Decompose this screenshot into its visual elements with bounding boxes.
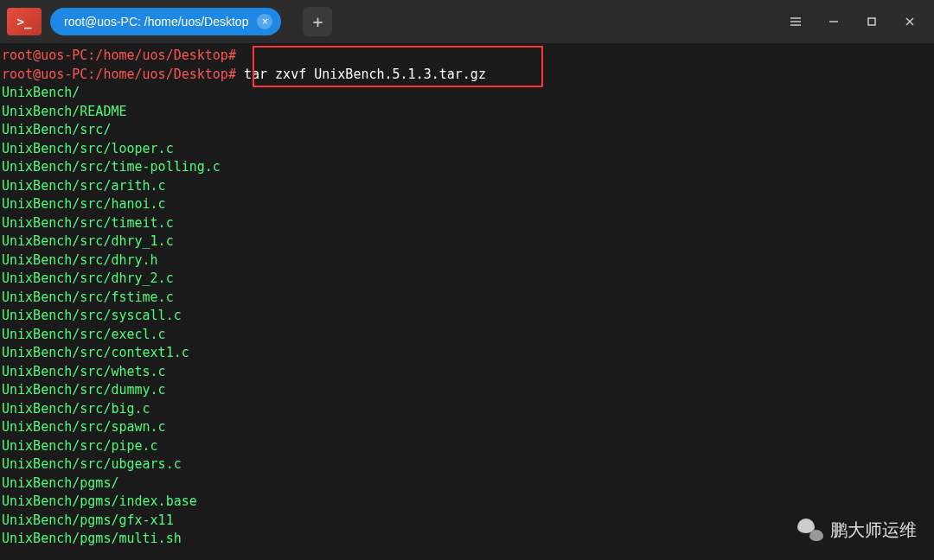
terminal-tab[interactable]: root@uos-PC: /home/uos/Desktop × [50,8,281,35]
terminal-line: UnixBench/src/ubgears.c [2,455,932,474]
close-icon[interactable] [892,8,927,35]
tab-title: root@uos-PC: /home/uos/Desktop [64,15,248,29]
terminal-line: UnixBench/src/syscall.c [2,307,932,326]
window-controls [778,8,927,35]
terminal-line: UnixBench/src/whets.c [2,363,932,382]
terminal-line: UnixBench/src/arith.c [2,177,932,196]
terminal-line: UnixBench/src/dhry.h [2,251,932,270]
terminal-line: UnixBench/pgms/index.base [2,493,932,512]
terminal-line: UnixBench/pgms/ [2,474,932,493]
close-tab-icon[interactable]: × [257,14,272,29]
terminal-line: UnixBench/pgms/gfx-x11 [2,512,932,531]
terminal-output[interactable]: root@uos-PC:/home/uos/Desktop#root@uos-P… [0,43,934,552]
menu-icon[interactable] [778,8,813,35]
terminal-line: UnixBench/src/pipe.c [2,437,932,456]
terminal-line: UnixBench/src/dhry_2.c [2,270,932,289]
terminal-line: UnixBench/src/big.c [2,400,932,419]
svg-rect-4 [868,18,875,25]
terminal-line: UnixBench/src/ [2,121,932,140]
watermark: 鹏大师运维 [797,517,917,543]
terminal-line: UnixBench/src/spawn.c [2,418,932,437]
terminal-line: UnixBench/src/context1.c [2,344,932,363]
terminal-line: UnixBench/src/dhry_1.c [2,232,932,251]
terminal-line: UnixBench/src/fstime.c [2,289,932,308]
terminal-line: UnixBench/src/execl.c [2,326,932,345]
titlebar: >_ root@uos-PC: /home/uos/Desktop × + [0,0,934,43]
terminal-line: UnixBench/src/time-polling.c [2,158,932,177]
terminal-app-icon: >_ [7,8,42,35]
terminal-line: UnixBench/src/dummy.c [2,381,932,400]
terminal-line: UnixBench/README [2,103,932,122]
maximize-icon[interactable] [854,8,889,35]
terminal-line: UnixBench/src/timeit.c [2,214,932,233]
new-tab-button[interactable]: + [303,7,332,36]
terminal-line: UnixBench/pgms/multi.sh [2,530,932,549]
terminal-line: UnixBench/src/hanoi.c [2,195,932,214]
terminal-line: UnixBench/src/looper.c [2,140,932,159]
wechat-icon [797,517,823,543]
watermark-text: 鹏大师运维 [830,519,917,542]
terminal-line: UnixBench/ [2,84,932,103]
minimize-icon[interactable] [816,8,851,35]
terminal-line: root@uos-PC:/home/uos/Desktop# [2,47,932,66]
terminal-line: root@uos-PC:/home/uos/Desktop# tar zxvf … [2,66,932,85]
